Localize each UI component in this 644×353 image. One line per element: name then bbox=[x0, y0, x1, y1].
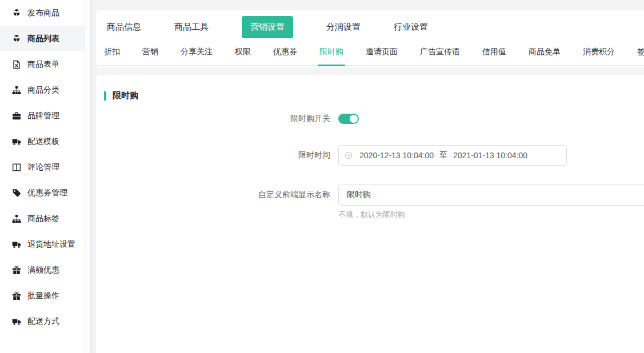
time-range-picker[interactable]: 2020-12-13 10:04:00 至 2021-01-13 10:04:0… bbox=[338, 145, 567, 166]
sidebar-item[interactable]: 商品列表 bbox=[0, 26, 85, 51]
gift-icon bbox=[12, 291, 21, 300]
secondary-tab[interactable]: 邀请页面 bbox=[366, 43, 398, 65]
sidebar-item-label: 发布商品 bbox=[27, 8, 59, 18]
primary-tab[interactable]: 商品信息 bbox=[107, 22, 141, 33]
secondary-tab[interactable]: 信用值 bbox=[482, 43, 506, 65]
switch-row: 限时购开关 bbox=[96, 114, 644, 124]
secondary-tab[interactable]: 营销 bbox=[142, 43, 158, 65]
sidebar-item-label: 配送模板 bbox=[27, 137, 59, 147]
sidebar-item-label: 批量操作 bbox=[27, 291, 59, 301]
cubes-icon bbox=[12, 34, 21, 43]
flash-sale-toggle[interactable] bbox=[338, 114, 359, 124]
file-excel-icon bbox=[12, 60, 21, 69]
name-row: 自定义前端显示名称 不填，默认为限时购 bbox=[96, 184, 644, 220]
sidebar-item-label: 商品标签 bbox=[27, 214, 59, 224]
secondary-tab[interactable]: 权限 bbox=[235, 43, 251, 65]
sidebar-item[interactable]: 品牌管理 bbox=[0, 103, 85, 129]
sidebar-item-label: 评论管理 bbox=[27, 162, 59, 173]
primary-tab[interactable]: 商品工具 bbox=[174, 22, 209, 33]
secondary-tab[interactable]: 限时购 bbox=[319, 43, 343, 65]
sidebar-item[interactable]: 商品分类 bbox=[0, 77, 85, 103]
sidebar-item[interactable]: 满额优惠 bbox=[0, 257, 85, 283]
secondary-tab[interactable]: 消费积分 bbox=[583, 43, 615, 65]
truck-icon bbox=[12, 240, 21, 249]
custom-name-input[interactable] bbox=[338, 184, 644, 206]
content-card: 限时购 限时购开关 限时时间 2020-12-13 10:04:00 bbox=[96, 75, 644, 353]
sidebar-item-label: 满额优惠 bbox=[27, 265, 59, 275]
gift-icon bbox=[12, 266, 21, 275]
briefcase-icon bbox=[12, 111, 21, 121]
sidebar-item[interactable]: 商品标签 bbox=[0, 206, 85, 231]
truck-icon bbox=[12, 317, 21, 326]
time-separator: 至 bbox=[439, 150, 447, 161]
sidebar-item[interactable]: 评论管理 bbox=[0, 154, 85, 180]
secondary-tab[interactable]: 分享关注 bbox=[181, 43, 213, 65]
sidebar-item-label: 品牌管理 bbox=[27, 111, 59, 121]
toggle-knob bbox=[350, 115, 358, 123]
truck-icon bbox=[12, 137, 21, 146]
sitemap-icon bbox=[12, 86, 21, 95]
primary-tab[interactable]: 营销设置 bbox=[242, 16, 293, 38]
sidebar-item[interactable]: 配送模板 bbox=[0, 129, 85, 154]
time-start-value: 2020-12-13 10:04:00 bbox=[359, 151, 434, 160]
time-row: 限时时间 2020-12-13 10:04:00 至 2021-01-13 10… bbox=[96, 145, 644, 166]
custom-name-label: 自定义前端显示名称 bbox=[96, 190, 330, 200]
sidebar-item[interactable]: 商品表单 bbox=[0, 51, 85, 77]
sidebar-item[interactable]: 批量操作 bbox=[0, 283, 85, 308]
secondary-tabs: 折扣营销分享关注权限优惠券限时购邀请页面广告宣传语信用值商品免单消费积分签到 bbox=[96, 43, 644, 66]
sidebar-item-label: 商品分类 bbox=[27, 85, 59, 95]
primary-tab[interactable]: 分润设置 bbox=[326, 22, 361, 33]
cubes-icon bbox=[12, 9, 21, 18]
sidebar-scrollbar[interactable] bbox=[85, 0, 90, 353]
secondary-tab[interactable]: 优惠券 bbox=[273, 43, 297, 65]
sidebar-item-label: 退货地址设置 bbox=[27, 239, 75, 250]
sidebar-item-label: 商品表单 bbox=[27, 59, 59, 70]
tag-icon bbox=[12, 188, 21, 198]
time-label: 限时时间 bbox=[96, 150, 330, 161]
sidebar: 发布商品商品列表商品表单商品分类品牌管理配送模板评论管理优惠券管理商品标签退货地… bbox=[0, 0, 85, 353]
sidebar-item-label: 配送方式 bbox=[27, 316, 59, 327]
sidebar-item[interactable]: 优惠券管理 bbox=[0, 180, 85, 206]
custom-name-help: 不填，默认为限时购 bbox=[338, 210, 644, 220]
clock-icon bbox=[345, 151, 353, 159]
primary-tab[interactable]: 行业设置 bbox=[394, 22, 428, 33]
section-title: 限时购 bbox=[113, 90, 138, 101]
secondary-tab[interactable]: 折扣 bbox=[104, 43, 120, 65]
flash-sale-form: 限时购开关 限时时间 2020-12-13 10:04:00 至 2021-01… bbox=[96, 114, 644, 220]
sidebar-item[interactable]: 发布商品 bbox=[0, 0, 85, 26]
secondary-tab[interactable]: 商品免单 bbox=[529, 43, 561, 65]
secondary-tab[interactable]: 签到 bbox=[637, 43, 644, 65]
switch-label: 限时购开关 bbox=[96, 114, 330, 124]
columns-icon bbox=[12, 163, 21, 172]
primary-tabs: 商品信息商品工具营销设置分润设置行业设置 bbox=[96, 10, 644, 43]
sidebar-item[interactable]: 退货地址设置 bbox=[0, 231, 85, 257]
sitemap-icon bbox=[12, 214, 21, 223]
sidebar-item[interactable]: 配送方式 bbox=[0, 308, 85, 334]
sidebar-item-label: 商品列表 bbox=[27, 34, 59, 44]
section-accent-bar bbox=[104, 91, 106, 101]
section-header: 限时购 bbox=[104, 90, 644, 101]
tabs-card: 商品信息商品工具营销设置分润设置行业设置 折扣营销分享关注权限优惠券限时购邀请页… bbox=[96, 10, 644, 67]
time-end-value: 2021-01-13 10:04:00 bbox=[453, 151, 527, 160]
secondary-tab[interactable]: 广告宣传语 bbox=[420, 43, 460, 65]
sidebar-item-label: 优惠券管理 bbox=[27, 188, 67, 198]
